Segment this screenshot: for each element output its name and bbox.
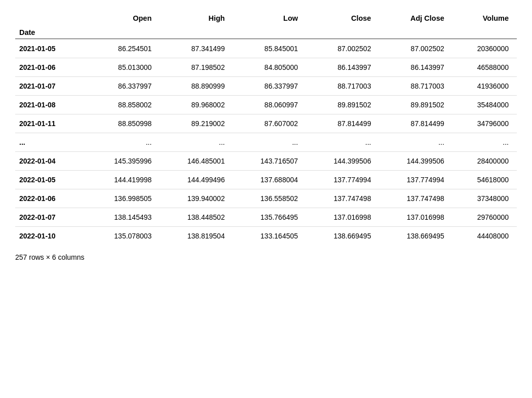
data-cell: 86.254501 bbox=[87, 39, 160, 58]
data-cell: 138.145493 bbox=[87, 208, 160, 227]
table-row: 2022-01-10135.078003138.819504133.164505… bbox=[15, 227, 517, 246]
column-headers-row: Open High Low Close Adj Close Volume bbox=[15, 10, 517, 26]
table-row: 2021-01-1188.85099889.21900287.60700287.… bbox=[15, 114, 517, 133]
data-cell: 144.399506 bbox=[379, 152, 452, 171]
data-cell: 29760000 bbox=[452, 208, 517, 227]
data-cell: 44408000 bbox=[452, 227, 517, 246]
row-count-footer: 257 rows × 6 columns bbox=[15, 253, 517, 261]
table-row: 2021-01-0586.25450187.34149985.84500187.… bbox=[15, 39, 517, 58]
data-cell: 135.078003 bbox=[87, 227, 160, 246]
data-cell: 87.002502 bbox=[306, 39, 379, 58]
data-cell: 139.940002 bbox=[160, 189, 233, 208]
data-cell: 35484000 bbox=[452, 96, 517, 114]
open-sub-header bbox=[87, 26, 160, 39]
date-cell: 2021-01-08 bbox=[15, 96, 87, 114]
data-cell: 85.013000 bbox=[87, 58, 160, 77]
ellipsis-row: ..................... bbox=[15, 133, 517, 152]
data-cell: 86.337997 bbox=[87, 77, 160, 96]
data-cell: 144.499496 bbox=[160, 171, 233, 189]
close-sub-header bbox=[306, 26, 379, 39]
data-cell: 54618000 bbox=[452, 171, 517, 189]
volume-column-header: Volume bbox=[452, 10, 517, 26]
data-cell: 87.002502 bbox=[379, 39, 452, 58]
volume-sub-header bbox=[452, 26, 517, 39]
data-cell: 88.717003 bbox=[379, 77, 452, 96]
table-row: 2021-01-0786.33799788.89099986.33799788.… bbox=[15, 77, 517, 96]
data-cell: 137.016998 bbox=[306, 208, 379, 227]
date-cell: 2021-01-06 bbox=[15, 58, 87, 77]
data-cell: 89.968002 bbox=[160, 96, 233, 114]
data-cell: 137.747498 bbox=[306, 189, 379, 208]
ellipsis-cell: ... bbox=[233, 133, 306, 152]
data-cell: 87.341499 bbox=[160, 39, 233, 58]
table-row: 2022-01-06136.998505139.940002136.558502… bbox=[15, 189, 517, 208]
data-cell: 87.814499 bbox=[306, 114, 379, 133]
data-cell: 37348000 bbox=[452, 189, 517, 208]
data-cell: 138.819504 bbox=[160, 227, 233, 246]
date-label: Date bbox=[15, 26, 87, 39]
data-cell: 88.890999 bbox=[160, 77, 233, 96]
data-cell: 86.337997 bbox=[233, 77, 306, 96]
data-cell: 89.891502 bbox=[379, 96, 452, 114]
data-cell: 145.395996 bbox=[87, 152, 160, 171]
data-cell: 137.774994 bbox=[379, 171, 452, 189]
date-cell: 2021-01-05 bbox=[15, 39, 87, 58]
data-cell: 88.850998 bbox=[87, 114, 160, 133]
data-cell: 133.164505 bbox=[233, 227, 306, 246]
high-sub-header bbox=[160, 26, 233, 39]
data-cell: 87.607002 bbox=[233, 114, 306, 133]
data-cell: 85.845001 bbox=[233, 39, 306, 58]
ellipsis-cell: ... bbox=[452, 133, 517, 152]
table-row: 2022-01-07138.145493138.448502135.766495… bbox=[15, 208, 517, 227]
low-sub-header bbox=[233, 26, 306, 39]
date-label-row: Date bbox=[15, 26, 517, 39]
data-cell: 88.858002 bbox=[87, 96, 160, 114]
table-row: 2021-01-0685.01300087.19850284.80500086.… bbox=[15, 58, 517, 77]
data-cell: 28400000 bbox=[452, 152, 517, 171]
table-body: 2021-01-0586.25450187.34149985.84500187.… bbox=[15, 39, 517, 246]
data-cell: 138.669495 bbox=[379, 227, 452, 246]
data-cell: 143.716507 bbox=[233, 152, 306, 171]
low-column-header: Low bbox=[233, 10, 306, 26]
data-cell: 20360000 bbox=[452, 39, 517, 58]
ellipsis-cell: ... bbox=[160, 133, 233, 152]
date-cell: 2021-01-11 bbox=[15, 114, 87, 133]
data-cell: 137.774994 bbox=[306, 171, 379, 189]
data-cell: 136.558502 bbox=[233, 189, 306, 208]
ellipsis-cell: ... bbox=[306, 133, 379, 152]
ellipsis-cell: ... bbox=[87, 133, 160, 152]
data-cell: 144.419998 bbox=[87, 171, 160, 189]
data-cell: 137.016998 bbox=[379, 208, 452, 227]
data-cell: 146.485001 bbox=[160, 152, 233, 171]
data-cell: 34796000 bbox=[452, 114, 517, 133]
data-cell: 137.747498 bbox=[379, 189, 452, 208]
data-cell: 89.891502 bbox=[306, 96, 379, 114]
data-cell: 88.717003 bbox=[306, 77, 379, 96]
data-cell: 87.198502 bbox=[160, 58, 233, 77]
date-cell: 2022-01-05 bbox=[15, 171, 87, 189]
date-column-empty bbox=[15, 10, 87, 26]
date-cell: 2022-01-04 bbox=[15, 152, 87, 171]
data-cell: 136.998505 bbox=[87, 189, 160, 208]
data-cell: 88.060997 bbox=[233, 96, 306, 114]
ellipsis-date: ... bbox=[15, 133, 87, 152]
date-cell: 2022-01-06 bbox=[15, 189, 87, 208]
stock-data-table: Open High Low Close Adj Close Volume Dat… bbox=[15, 10, 517, 245]
data-cell: 144.399506 bbox=[306, 152, 379, 171]
table-row: 2022-01-05144.419998144.499496137.688004… bbox=[15, 171, 517, 189]
data-cell: 137.688004 bbox=[233, 171, 306, 189]
data-cell: 46588000 bbox=[452, 58, 517, 77]
high-column-header: High bbox=[160, 10, 233, 26]
table-row: 2021-01-0888.85800289.96800288.06099789.… bbox=[15, 96, 517, 114]
data-cell: 84.805000 bbox=[233, 58, 306, 77]
data-cell: 41936000 bbox=[452, 77, 517, 96]
adj-close-column-header: Adj Close bbox=[379, 10, 452, 26]
date-cell: 2022-01-10 bbox=[15, 227, 87, 246]
data-cell: 89.219002 bbox=[160, 114, 233, 133]
data-cell: 86.143997 bbox=[379, 58, 452, 77]
ellipsis-cell: ... bbox=[379, 133, 452, 152]
date-cell: 2022-01-07 bbox=[15, 208, 87, 227]
date-cell: 2021-01-07 bbox=[15, 77, 87, 96]
data-cell: 138.669495 bbox=[306, 227, 379, 246]
data-cell: 138.448502 bbox=[160, 208, 233, 227]
